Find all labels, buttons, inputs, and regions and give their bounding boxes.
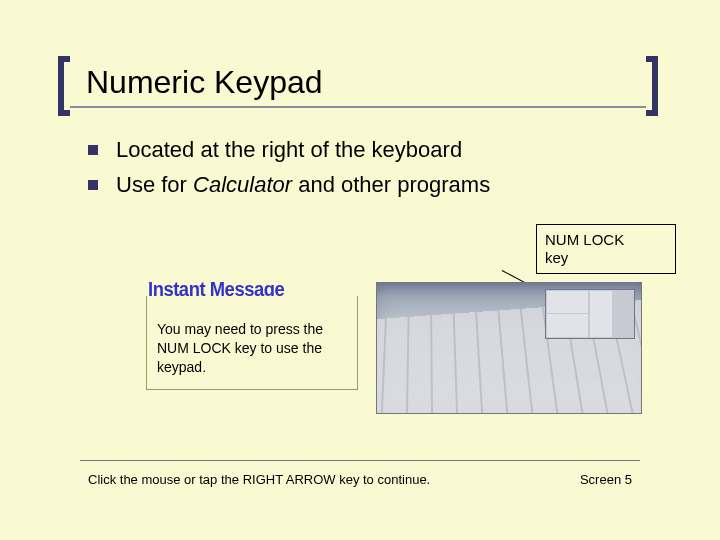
numlock-callout: NUM LOCK key [536, 224, 676, 274]
bullet-icon [88, 145, 98, 155]
bullet-text-1: Located at the right of the keyboard [116, 136, 462, 165]
bullet-2-prefix: Use for [116, 172, 193, 197]
callout-line2: key [545, 249, 667, 267]
bullet-icon [88, 180, 98, 190]
footer-divider [80, 460, 640, 461]
list-item: Use for Calculator and other programs [88, 171, 648, 200]
instant-message-box: You may need to press the NUM LOCK key t… [146, 296, 358, 390]
title-area: Numeric Keypad [58, 56, 658, 116]
list-item: Located at the right of the keyboard [88, 136, 648, 165]
keyboard-image [376, 282, 642, 414]
instant-message-body: You may need to press the NUM LOCK key t… [147, 310, 357, 389]
bracket-right-icon [646, 56, 658, 116]
screen-number: Screen 5 [580, 472, 632, 487]
bullet-list: Located at the right of the keyboard Use… [88, 136, 648, 205]
bracket-left-icon [58, 56, 70, 116]
callout-line1: NUM LOCK [545, 231, 667, 249]
slide: Numeric Keypad Located at the right of t… [0, 0, 720, 540]
bullet-2-italic: Calculator [193, 172, 292, 197]
footer-instruction: Click the mouse or tap the RIGHT ARROW k… [88, 472, 430, 487]
title-underline [70, 106, 646, 108]
bullet-2-suffix: and other programs [292, 172, 490, 197]
bullet-text-2: Use for Calculator and other programs [116, 171, 490, 200]
page-title: Numeric Keypad [86, 64, 323, 101]
